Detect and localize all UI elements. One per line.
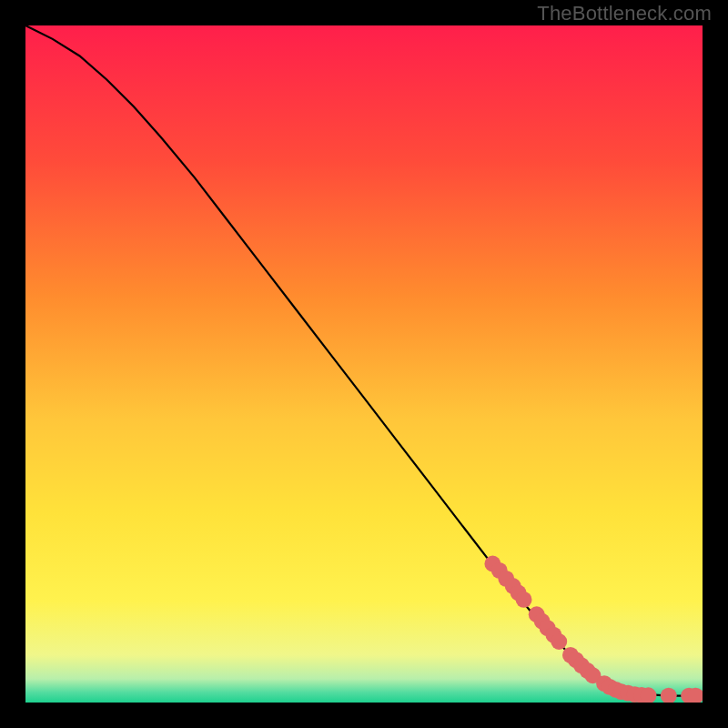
data-marker <box>516 592 532 608</box>
plot-area <box>25 25 703 703</box>
data-marker <box>551 633 567 650</box>
chart-frame: TheBottleneck.com <box>0 0 728 728</box>
chart-svg <box>25 25 703 703</box>
watermark-text: TheBottleneck.com <box>537 2 712 25</box>
gradient-background <box>25 25 703 703</box>
